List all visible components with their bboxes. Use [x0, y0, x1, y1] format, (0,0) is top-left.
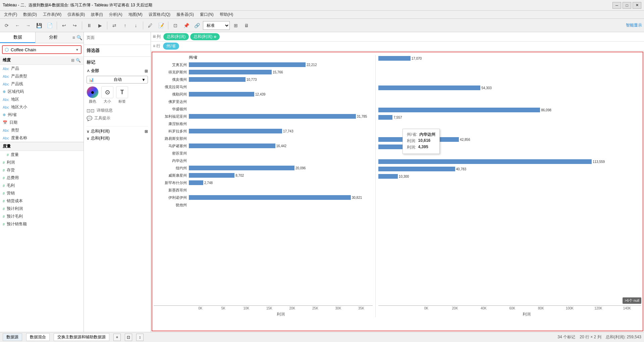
col-pill-2[interactable]: 总和(利润) ⊗ — [190, 33, 220, 40]
measure-度量[interactable]: #度量 — [0, 151, 84, 159]
menu-item-N[interactable]: 窗口(N) — [197, 11, 216, 18]
search-icon[interactable]: 🔍 — [76, 33, 82, 42]
smart-display-button[interactable]: 智能显示 — [626, 22, 642, 28]
bar-fill[interactable] — [378, 56, 411, 61]
tab-exchange[interactable]: 交换主数据源和辅助数据源 — [54, 333, 109, 341]
row-pill-1[interactable]: 州/省 — [163, 43, 179, 50]
share-button[interactable]: 🔗 — [192, 21, 202, 30]
highlighter-button[interactable]: 🖊 — [146, 21, 155, 30]
dimension-日期[interactable]: 📅日期 — [0, 119, 84, 126]
zoom-dropdown[interactable]: 标准 — [203, 21, 230, 30]
measure-总费用[interactable]: #总费用 — [0, 174, 84, 182]
status-icon-3[interactable]: ↕ — [136, 334, 144, 341]
bar-fill[interactable] — [189, 180, 203, 185]
fit-button[interactable]: ⊡ — [171, 21, 180, 30]
menu-item-B[interactable]: 仪表板(B) — [65, 11, 88, 18]
minimize-button[interactable]: ─ — [612, 2, 621, 9]
options-button[interactable]: ≡ — [72, 33, 75, 42]
device-button[interactable]: 🖥 — [242, 21, 251, 30]
menu-item-I[interactable]: 故事(I) — [88, 11, 105, 18]
tab-blend[interactable]: 数据混合 — [26, 333, 50, 341]
measure-营销[interactable]: #营销 — [0, 189, 84, 197]
bar-fill[interactable] — [189, 70, 272, 74]
status-icon-1[interactable]: + — [113, 334, 121, 341]
tooltip-row[interactable]: 💬 工具提示 — [87, 114, 148, 122]
bar-fill[interactable] — [378, 86, 480, 90]
measure-预计毛利[interactable]: #预计毛利 — [0, 213, 84, 220]
undo-button[interactable]: ↩ — [59, 21, 69, 30]
bar-fill[interactable] — [189, 77, 246, 82]
bar-fill[interactable] — [378, 174, 398, 179]
new-button[interactable]: 📄 — [45, 21, 54, 30]
menu-item-Q[interactable]: 设置格式(Q) — [146, 11, 173, 18]
save-button[interactable]: 💾 — [34, 21, 44, 30]
color-button[interactable]: ● 颜色 — [87, 86, 99, 104]
bar-fill[interactable] — [189, 166, 294, 170]
status-icon-2[interactable]: ⊡ — [125, 334, 132, 341]
pause-button[interactable]: ⏸ — [85, 21, 94, 30]
dimension-产品[interactable]: Abc产品 — [0, 65, 84, 72]
tab-data[interactable]: 数据 — [0, 32, 35, 43]
menu-item-M[interactable]: 地图(M) — [126, 11, 145, 18]
pin-button[interactable]: 📌 — [181, 21, 191, 30]
dimension-度量名称[interactable]: Abc度量名称 — [0, 134, 84, 142]
summary2-row[interactable]: ∨ 总和(利润) — [87, 135, 148, 141]
bar-fill[interactable] — [189, 195, 351, 200]
forward-button[interactable]: → — [23, 21, 33, 30]
measure-利润[interactable]: #利润 — [0, 159, 84, 166]
measure-预计利润[interactable]: #预计利润 — [0, 205, 84, 213]
measure-预计销售额[interactable]: #预计销售额 — [0, 220, 84, 228]
bar-fill[interactable] — [189, 92, 254, 97]
measure-存货[interactable]: #存货 — [0, 166, 84, 174]
sort-desc-button[interactable]: ↓ — [131, 21, 141, 30]
annotation-button[interactable]: 📝 — [156, 21, 166, 30]
bar-fill[interactable] — [378, 159, 592, 164]
dimension-州/省[interactable]: ⊕州/省 — [0, 111, 84, 119]
bar-fill[interactable] — [378, 115, 392, 120]
detail-row[interactable]: ⊡⊡ 详细信息 — [87, 107, 148, 114]
run-button[interactable]: ▶ — [95, 21, 105, 30]
menu-item-D[interactable]: 数据(D) — [20, 11, 40, 18]
bar-fill[interactable] — [189, 114, 356, 119]
dimension-search-icon[interactable]: 🔍 — [76, 58, 81, 63]
menu-item-F[interactable]: 文件(F) — [1, 11, 20, 18]
size-button[interactable]: ⊙ 大小 — [101, 86, 113, 104]
datasource-selector[interactable]: ⬡ Coffee Chain ▼ — [2, 45, 82, 54]
summary1-row[interactable]: ∨ 总和(利润) ⊞ — [87, 128, 148, 134]
bar-row-right-9 — [378, 121, 641, 128]
sort-asc-button[interactable]: ↑ — [120, 21, 130, 30]
dimension-类型[interactable]: Abc类型 — [0, 126, 84, 134]
measure-销货成本[interactable]: #销货成本 — [0, 197, 84, 205]
redo-button[interactable]: ↪ — [70, 21, 79, 30]
pill-close-icon[interactable]: ⊗ — [214, 35, 216, 39]
dimension-区域代码[interactable]: ⊕区域代码 — [0, 88, 84, 96]
menu-item-A[interactable]: 分析(A) — [106, 11, 125, 18]
view-button[interactable]: ⊞ — [231, 21, 240, 30]
dimension-地区[interactable]: Abc地区 — [0, 96, 84, 103]
maximize-button[interactable]: □ — [623, 2, 631, 9]
bar-fill[interactable] — [378, 167, 455, 171]
dimension-产品线[interactable]: Abc产品线 — [0, 80, 84, 88]
label-button[interactable]: T 标签 — [116, 86, 128, 104]
tab-analysis[interactable]: 分析 — [36, 32, 71, 43]
col-pill-1[interactable]: 总和(利润) — [163, 33, 189, 40]
dimension-地区大小[interactable]: Abc地区大小 — [0, 103, 84, 111]
bar-fill[interactable] — [189, 144, 275, 148]
marks-type-dropdown[interactable]: 📊 自动 ▼ — [87, 76, 148, 83]
menu-item-H[interactable]: 帮助(H) — [217, 11, 236, 18]
refresh-button[interactable]: ⟳ — [2, 21, 11, 30]
bar-fill[interactable] — [189, 62, 306, 67]
back-button[interactable]: ← — [13, 21, 22, 30]
bar-fill[interactable] — [189, 173, 234, 178]
tab-datasource[interactable]: 数据源 — [3, 333, 22, 341]
dimension-产品类型[interactable]: Abc产品类型 — [0, 72, 84, 80]
bar-fill[interactable] — [378, 108, 540, 112]
swap-button[interactable]: ⇄ — [110, 21, 119, 30]
close-button[interactable]: ✕ — [633, 2, 641, 9]
bar-fill[interactable] — [189, 129, 282, 133]
menu-item-W[interactable]: 工作表(W) — [40, 11, 64, 18]
dimension-grid-icon[interactable]: ⊞ — [71, 58, 74, 63]
null-badge[interactable]: >6个 null — [623, 297, 641, 304]
measure-毛利[interactable]: #毛利 — [0, 182, 84, 189]
menu-item-S[interactable]: 服务器(S) — [174, 11, 197, 18]
